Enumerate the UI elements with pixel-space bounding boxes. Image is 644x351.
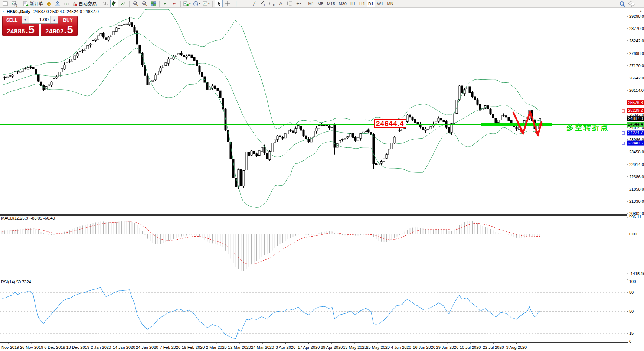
sell-price: 24885.5: [3, 25, 39, 35]
text-icon[interactable]: A: [277, 0, 285, 7]
timeframe-m5-button[interactable]: M5: [316, 0, 325, 7]
fibonacci-icon[interactable]: F: [268, 0, 276, 7]
template-icon[interactable]: ▾: [202, 0, 210, 7]
timeframe-group: M1M5M15M30H1H4D1W1MN: [307, 0, 395, 7]
timeframe-w1-button[interactable]: W1: [376, 0, 385, 7]
shapes-icon[interactable]: ✦▾: [295, 0, 303, 7]
rsi-line: [2, 287, 540, 338]
add-indicator-dropdown-icon[interactable]: ▾: [189, 2, 191, 5]
svg-text:22 Jul 2020: 22 Jul 2020: [483, 345, 504, 350]
toolbar-separator: [129, 1, 130, 7]
svg-text:16 Jun 2020: 16 Jun 2020: [413, 345, 435, 350]
new-order-icon[interactable]: 新订单: [22, 0, 44, 7]
rsi-indicator-label: RSI(14) 50.7324: [1, 280, 31, 284]
timeframe-h4-button[interactable]: H4: [358, 0, 366, 7]
rsi-levels: [0, 234, 627, 334]
chart-canvas[interactable]: 29298.028770.028242.027698.027170.026642…: [0, 8, 644, 351]
toolbar-separator: [305, 1, 305, 7]
svg-text:4 Nov 2019: 4 Nov 2019: [0, 345, 19, 350]
zoom-in-icon[interactable]: [131, 0, 140, 7]
time-axis[interactable]: 4 Nov 201926 Nov 20196 Dec 201918 Dec 20…: [0, 342, 527, 350]
svg-text:15: 15: [629, 331, 634, 335]
svg-text:-1415.19: -1415.19: [629, 272, 644, 276]
volume-decrease-icon[interactable]: ▼: [22, 16, 29, 23]
svg-text:22914.0: 22914.0: [629, 162, 644, 167]
charts-list-icon[interactable]: [1, 0, 9, 7]
text-label-icon[interactable]: T: [286, 0, 294, 7]
one-click-collapse-icon[interactable]: ▲: [2, 10, 4, 13]
volume-input[interactable]: 1.00: [29, 16, 50, 23]
svg-text:23840.6: 23840.6: [628, 141, 643, 145]
new-order-label: 新订单: [30, 1, 43, 7]
svg-text:29298.0: 29298.0: [629, 14, 644, 19]
svg-text:2 Jan 2020: 2 Jan 2020: [91, 345, 111, 350]
horizontal-line-icon[interactable]: ─: [241, 0, 249, 7]
zoom-out-icon[interactable]: [140, 0, 148, 7]
svg-text:26642.0: 26642.0: [629, 76, 644, 80]
timeframe-h1-button[interactable]: H1: [349, 0, 357, 7]
navigator-icon[interactable]: [53, 0, 62, 7]
timeframe-m30-button[interactable]: M30: [337, 0, 348, 7]
svg-text:100: 100: [629, 279, 636, 284]
svg-text:24887.0: 24887.0: [628, 116, 643, 121]
svg-text:25239.2: 25239.2: [628, 108, 643, 113]
auto-scroll-icon[interactable]: [170, 0, 179, 7]
period-clock-dropdown-icon[interactable]: ▾: [199, 2, 200, 5]
search-icon[interactable]: [618, 0, 627, 8]
toolbar-group: [131, 0, 158, 7]
timeframe-m1-button[interactable]: M1: [307, 0, 316, 7]
market-watch-icon[interactable]: [45, 0, 53, 7]
price-callout-annotation[interactable]: 24644.4: [374, 119, 406, 128]
price-axis[interactable]: 29298.028770.028242.027698.027170.026642…: [627, 14, 644, 344]
shapes-dropdown-icon[interactable]: ▾: [300, 2, 301, 5]
trendline-icon[interactable]: ╱: [250, 0, 258, 7]
crosshair-icon[interactable]: [223, 0, 232, 7]
toolbar: 新订单自动交易▾▾▾│─╱EFAT✦▾M1M5M15M30H1H4D1W1MN: [0, 0, 644, 8]
svg-text:T: T: [289, 2, 291, 6]
toolbar-group: │─╱EFAT✦▾: [214, 0, 303, 7]
chart-profiles-icon[interactable]: [10, 0, 18, 7]
svg-text:3 Aug 2020: 3 Aug 2020: [506, 345, 527, 350]
turning-point-annotation[interactable]: 多空转折点: [566, 123, 609, 133]
svg-text:27698.0: 27698.0: [629, 51, 644, 56]
toolbar-separator: [99, 1, 99, 7]
chart-shift-icon[interactable]: [161, 0, 170, 7]
vertical-line-icon[interactable]: │: [232, 0, 241, 7]
svg-text:80: 80: [629, 290, 634, 295]
scroll-to-end-icon[interactable]: ▲: [639, 9, 643, 13]
macd-layer: [2, 221, 540, 271]
period-clock-icon[interactable]: ▾: [192, 0, 201, 7]
tile-windows-icon[interactable]: [149, 0, 157, 7]
svg-text:6 Dec 2019: 6 Dec 2019: [44, 345, 65, 350]
autotrading-icon[interactable]: 自动交易: [71, 0, 97, 7]
candlestick-chart-icon[interactable]: [110, 0, 118, 7]
svg-text:13 May 2020: 13 May 2020: [343, 345, 367, 350]
svg-text:24 Mar 2020: 24 Mar 2020: [251, 345, 274, 350]
chat-icon[interactable]: [627, 0, 635, 8]
svg-text:29 Apr 2020: 29 Apr 2020: [321, 345, 343, 350]
add-indicator-icon[interactable]: ▾: [183, 0, 192, 7]
line-chart-icon[interactable]: [119, 0, 127, 7]
timeframe-m15-button[interactable]: M15: [326, 0, 336, 7]
svg-text:2 Mar 2020: 2 Mar 2020: [206, 345, 227, 350]
toolbar-separator: [20, 1, 20, 7]
svg-text:26114.0: 26114.0: [629, 88, 644, 92]
toolbar-separator: [159, 1, 160, 7]
svg-text:19 Feb 2020: 19 Feb 2020: [182, 345, 205, 350]
equidistant-channel-icon[interactable]: E: [259, 0, 267, 7]
cursor-icon[interactable]: [215, 0, 223, 7]
toolbar-group: 新订单自动交易: [22, 0, 98, 7]
candles-layer: [1, 17, 541, 191]
timeframe-d1-button[interactable]: D1: [367, 0, 375, 7]
timeframe-mn-button[interactable]: MN: [386, 0, 395, 7]
signals-icon[interactable]: [62, 0, 71, 7]
chart-ohlc-values: 24537.0 25024.0 24524.0 24887.0: [33, 9, 99, 14]
template-dropdown-icon[interactable]: ▾: [208, 2, 210, 5]
svg-text:0.00: 0.00: [629, 232, 637, 236]
toolbar-group: [1, 0, 19, 7]
svg-text:10 Jul 2020: 10 Jul 2020: [460, 345, 481, 350]
toolbar-separator: [212, 1, 213, 7]
sell-label: SELL: [3, 17, 21, 23]
volume-increase-icon[interactable]: ▲: [50, 16, 58, 23]
bar-chart-icon[interactable]: [101, 0, 109, 7]
